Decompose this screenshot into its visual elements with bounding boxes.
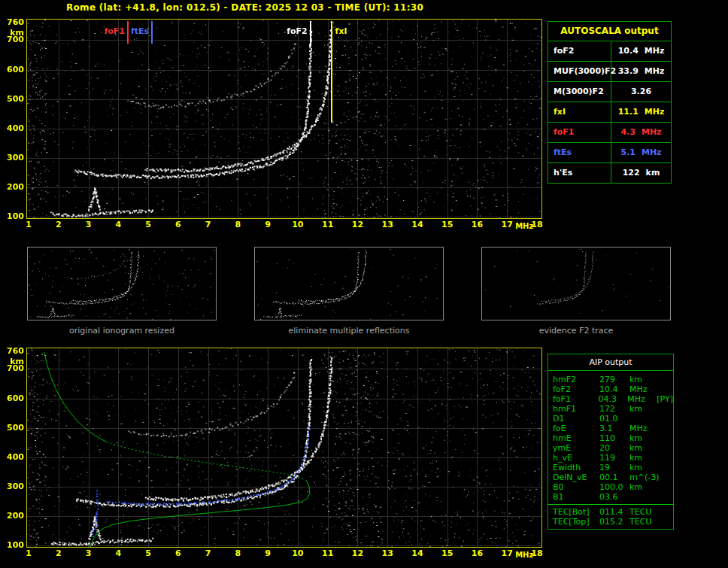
- x-tick-label: 5: [139, 549, 157, 558]
- y-tick-label: 600: [3, 65, 24, 74]
- aip-param-label: TEC[Bot]: [548, 507, 599, 517]
- aip-note: [660, 384, 673, 394]
- y-tick-label: 200: [3, 183, 24, 192]
- aip-unit: MHz: [627, 394, 657, 404]
- thumbnail-caption-no-multiples: eliminate multiple reflections: [254, 326, 444, 336]
- x-tick-label: 8: [229, 220, 247, 229]
- x-tick-label: 10: [289, 220, 307, 229]
- y-axis-unit: km: [3, 29, 24, 38]
- x-tick-label: 2: [50, 220, 68, 229]
- aip-param-label: TEC[Top]: [548, 517, 599, 527]
- aip-param-label: B0: [548, 482, 599, 492]
- aip-row: B0100.0km: [548, 482, 673, 492]
- x-tick-label: 15: [438, 220, 457, 229]
- marker-label-fxi: fxI: [335, 27, 364, 36]
- x-tick-label: 10: [289, 549, 307, 558]
- aip-row: TEC[Top]015.2TECU: [548, 517, 673, 527]
- aip-tec-section: TEC[Bot]011.4TECUTEC[Top]015.2TECU: [548, 504, 673, 529]
- x-tick-label: 7: [199, 220, 217, 229]
- x-axis-unit: MHz: [513, 551, 535, 560]
- aip-param-label: D1: [548, 414, 599, 424]
- autoscala-param-label: h'Es: [548, 163, 611, 183]
- thumbnail-no-multiples-canvas: [255, 248, 443, 320]
- autoscala-value-cell: 3.26: [611, 82, 671, 102]
- marker-label-fof2: foF2: [279, 27, 308, 36]
- autoscala-param-label: ftEs: [548, 143, 611, 163]
- autoscala-param-label: MUF(3000)F2: [548, 62, 611, 81]
- thumbnail-no-multiples: [254, 247, 444, 320]
- aip-unit: km: [629, 404, 660, 414]
- aip-row: hmE110km: [548, 433, 673, 443]
- x-tick-label: 7: [199, 549, 217, 558]
- aip-value: 3.1: [599, 424, 629, 433]
- aip-row: Ewidth19km: [548, 463, 673, 472]
- aip-value: 20: [599, 443, 629, 453]
- aip-row: foF210.4MHz: [548, 384, 673, 394]
- aip-unit: [629, 492, 660, 502]
- thumbnail-f2-trace-canvas: [482, 248, 670, 320]
- x-tick-label: 11: [319, 549, 337, 558]
- x-tick-label: 3: [80, 220, 98, 229]
- bottom-ionogram-canvas: [26, 348, 542, 548]
- autoscala-output-table: AUTOSCALA output foF210.4MHzMUF(3000)F23…: [548, 21, 672, 184]
- x-tick-label: 4: [109, 549, 127, 558]
- x-axis-unit: MHz: [513, 222, 535, 231]
- aip-param-label: hmE: [548, 433, 599, 443]
- aip-row: h_vE119km: [548, 453, 673, 463]
- autoscala-unit: MHz: [645, 102, 665, 122]
- autoscala-value: 3.26: [631, 82, 651, 102]
- aip-param-label: foF2: [548, 384, 599, 394]
- autoscala-value: 122: [623, 163, 640, 183]
- aip-unit: [629, 414, 660, 424]
- aip-value: 03.6: [599, 492, 629, 502]
- aip-note: [660, 375, 673, 384]
- y-tick-label: 500: [3, 424, 24, 433]
- y-tick-label: 760: [3, 18, 24, 27]
- aip-value: 19: [599, 463, 629, 472]
- aip-value: 011.4: [599, 507, 629, 517]
- autoscala-value: 11.1: [618, 102, 639, 122]
- aip-unit: m^(-3): [629, 472, 660, 482]
- y-tick-label: 600: [3, 394, 24, 403]
- autoscala-value-cell: 11.1MHz: [611, 102, 671, 122]
- aip-unit: MHz: [629, 424, 660, 433]
- aip-row: D101.0: [548, 414, 673, 424]
- x-tick-label: 15: [438, 549, 457, 558]
- x-tick-label: 2: [50, 549, 68, 558]
- aip-row: DelN_vE00.1m^(-3): [548, 472, 673, 482]
- aip-note: [660, 517, 673, 527]
- aip-row: ymE20km: [548, 443, 673, 453]
- aip-unit: TECU: [629, 507, 660, 517]
- autoscala-row: h'Es122km: [548, 163, 671, 183]
- y-tick-label: 400: [3, 124, 24, 133]
- y-tick-label: 500: [3, 95, 24, 104]
- autoscala-value-cell: 33.9MHz: [611, 62, 671, 81]
- aip-note: [660, 404, 673, 414]
- y-axis-unit: km: [3, 357, 24, 366]
- autoscala-app-window: Rome (lat: +41.8, lon: 012.5) - DATE: 20…: [0, 0, 728, 568]
- x-tick-label: 3: [80, 549, 98, 558]
- autoscala-unit: MHz: [642, 143, 662, 163]
- x-tick-label: 1: [20, 549, 38, 558]
- x-tick-label: 9: [259, 549, 277, 558]
- autoscala-row: foF210.4MHz: [548, 41, 671, 61]
- thumbnail-original-ionogram: [27, 247, 217, 320]
- autoscala-value-cell: 5.1MHz: [611, 143, 671, 163]
- y-tick-label: 200: [3, 512, 24, 521]
- x-tick-label: 6: [169, 220, 187, 229]
- x-tick-label: 16: [468, 220, 486, 229]
- autoscala-value-cell: 122km: [611, 163, 671, 183]
- x-tick-label: 16: [468, 549, 486, 558]
- aip-param-label: Ewidth: [548, 463, 599, 472]
- autoscala-param-label: foF2: [548, 41, 611, 61]
- aip-output-table: AIP output hmF2279kmfoF210.4MHzfoF104.3M…: [548, 354, 674, 530]
- x-tick-label: 4: [109, 220, 127, 229]
- aip-param-label: DelN_vE: [548, 472, 599, 482]
- aip-param-label: foE: [548, 424, 599, 433]
- aip-value: 04.3: [598, 394, 627, 404]
- autoscala-value: 33.9: [618, 62, 639, 81]
- x-tick-label: 11: [319, 220, 337, 229]
- aip-row: hmF2279km: [548, 375, 673, 384]
- aip-value: 100.0: [599, 482, 629, 492]
- aip-unit: TECU: [629, 517, 660, 527]
